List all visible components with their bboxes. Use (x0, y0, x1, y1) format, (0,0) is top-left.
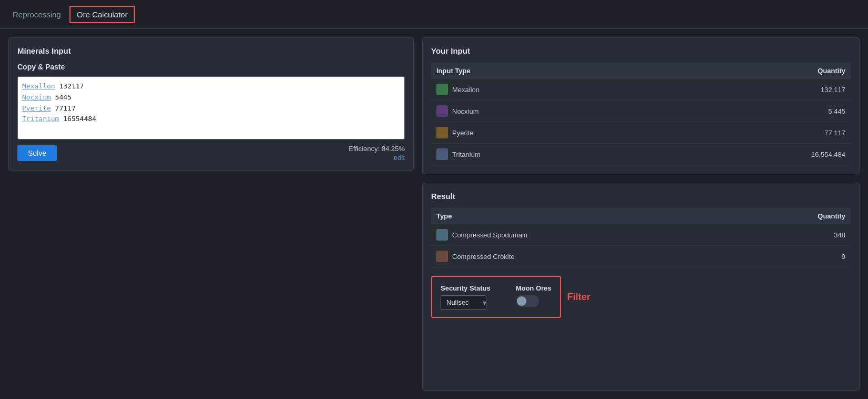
cell-name: Mexallon (431, 79, 662, 101)
your-input-header-row: Input Type Quantity (431, 63, 851, 79)
solve-row: Solve Efficiency: 84.25% edit (17, 145, 405, 162)
col-quantity: Quantity (662, 63, 851, 79)
cell-quantity: 77,117 (662, 122, 851, 144)
minerals-input-box: Minerals Input Copy & Paste Mexallon 132… (8, 37, 414, 171)
cell-name: Tritanium (431, 144, 662, 165)
table-row: Tritanium 16,554,484 (431, 144, 851, 165)
mineral-icon (436, 105, 448, 117)
efficiency-text: Efficiency: 84.25% (348, 145, 405, 153)
moon-ores-toggle[interactable] (516, 295, 539, 307)
cell-quantity: 5,445 (662, 101, 851, 122)
result-section: Result Type Quantity Compressed Spodumai… (422, 183, 860, 391)
paste-textarea[interactable]: Mexallon 132117 Nocxium 5445 Pyerite 771… (17, 76, 405, 139)
col-result-quantity: Quantity (736, 208, 851, 224)
security-select[interactable]: Nullsec Lowsec Highsec (441, 295, 486, 310)
mineral-name: Mexallon (452, 86, 480, 94)
table-row: Compressed Crokite 9 (431, 246, 851, 267)
tab-reprocessing[interactable]: Reprocessing (8, 8, 65, 21)
moon-ores-group: Moon Ores (516, 284, 552, 307)
col-input-type: Input Type (431, 63, 662, 79)
moon-ores-toggle-wrapper (516, 295, 552, 307)
security-status-label: Security Status (441, 284, 491, 292)
mineral-icon (436, 84, 448, 95)
main-layout: Minerals Input Copy & Paste Mexallon 132… (0, 29, 868, 399)
result-header-row: Type Quantity (431, 208, 851, 224)
copy-paste-label: Copy & Paste (17, 63, 405, 71)
cell-name: Nocxium (431, 101, 662, 122)
mineral-name: Tritanium (452, 151, 481, 158)
cell-type: Compressed Crokite (431, 246, 736, 267)
cell-ore-quantity: 348 (736, 224, 851, 246)
top-nav: Reprocessing Ore Calculator (0, 0, 868, 29)
cell-quantity: 16,554,484 (662, 144, 851, 165)
tab-ore-calculator[interactable]: Ore Calculator (69, 6, 135, 23)
minerals-input-title: Minerals Input (17, 46, 405, 55)
tritanium-link[interactable]: Tritanium (22, 115, 59, 123)
security-status-group: Security Status Nullsec Lowsec Highsec (441, 284, 491, 310)
solve-button[interactable]: Solve (17, 145, 57, 161)
your-input-box: Your Input Input Type Quantity Mexallon (422, 37, 860, 174)
filter-panel: Security Status Nullsec Lowsec Highsec (431, 276, 561, 318)
table-row: Nocxium 5,445 (431, 101, 851, 122)
ore-name: Compressed Spodumain (452, 231, 527, 239)
right-panel-inner: Your Input Input Type Quantity Mexallon (422, 37, 860, 391)
result-table: Type Quantity Compressed Spodumain 348 (431, 208, 851, 267)
pyerite-link[interactable]: Pyerite (22, 104, 51, 112)
table-row: Compressed Spodumain 348 (431, 224, 851, 246)
efficiency-edit-group: Efficiency: 84.25% edit (348, 145, 405, 162)
mineral-icon (436, 127, 448, 138)
ore-name: Compressed Crokite (452, 253, 515, 261)
cell-quantity: 132,117 (662, 79, 851, 101)
nocxium-link[interactable]: Nocxium (22, 93, 51, 101)
cell-type: Compressed Spodumain (431, 224, 736, 246)
edit-link[interactable]: edit (394, 154, 405, 162)
right-panel: Your Input Input Type Quantity Mexallon (422, 37, 860, 391)
moon-ores-label: Moon Ores (516, 284, 552, 292)
left-panel: Minerals Input Copy & Paste Mexallon 132… (8, 37, 414, 391)
filter-groups: Security Status Nullsec Lowsec Highsec (441, 284, 552, 310)
your-input-title: Your Input (431, 46, 851, 55)
ore-icon (436, 251, 448, 262)
mineral-name: Nocxium (452, 107, 479, 115)
col-type: Type (431, 208, 736, 224)
mineral-icon (436, 148, 448, 160)
paste-area-wrapper: Mexallon 132117 Nocxium 5445 Pyerite 771… (17, 76, 405, 139)
table-row: Pyerite 77,117 (431, 122, 851, 144)
security-select-wrapper: Nullsec Lowsec Highsec (441, 295, 491, 310)
your-input-table: Input Type Quantity Mexallon 132,117 No (431, 63, 851, 165)
cell-ore-quantity: 9 (736, 246, 851, 267)
toggle-knob (517, 296, 526, 306)
mexallon-link[interactable]: Mexallon (22, 82, 55, 90)
cell-name: Pyerite (431, 122, 662, 144)
mineral-name: Pyerite (452, 129, 473, 137)
filter-title: Filter (567, 292, 591, 303)
ore-icon (436, 229, 448, 241)
result-title: Result (431, 192, 851, 201)
table-row: Mexallon 132,117 (431, 79, 851, 101)
